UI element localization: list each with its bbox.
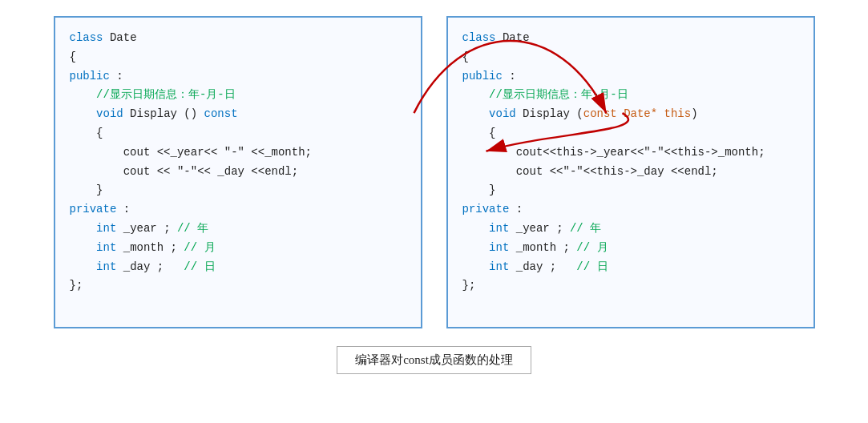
code-line: {: [462, 48, 799, 67]
code-line: //显示日期信息：年-月-日: [70, 86, 406, 105]
code-token: };: [462, 279, 476, 292]
code-line: cout <<"-"<<this->_day <<endl;: [462, 163, 799, 182]
main-container: class Date{public : //显示日期信息：年-月-日 void …: [16, 16, 852, 374]
code-token: {: [462, 50, 469, 63]
code-token: private: [70, 203, 117, 216]
code-line: {: [70, 48, 406, 67]
code-token: _day ;: [116, 260, 184, 273]
code-token: [462, 260, 490, 273]
code-token: [70, 222, 97, 235]
code-token: // 年: [177, 222, 208, 235]
code-token: Display (): [123, 107, 204, 120]
code-token: int: [489, 241, 509, 254]
code-token: const: [204, 107, 238, 120]
code-token: :: [110, 70, 123, 83]
code-token: :: [509, 203, 523, 216]
code-token: cout <<"-"<<this->_day <<endl;: [462, 165, 718, 178]
code-line: {: [462, 124, 799, 143]
code-token: class: [70, 31, 110, 44]
code-line: //显示日期信息：年-月-日: [462, 86, 799, 105]
code-token: int: [489, 260, 509, 273]
code-token: [70, 107, 97, 120]
code-token: }: [462, 183, 496, 196]
code-token: int: [96, 222, 116, 235]
code-token: // 年: [570, 222, 601, 235]
code-token: public: [70, 70, 110, 83]
code-token: cout <<_year<< "-" <<_month;: [70, 146, 312, 159]
code-token: // 月: [576, 241, 608, 254]
code-token: class: [462, 31, 503, 44]
left-panel: class Date{public : //显示日期信息：年-月-日 void …: [54, 16, 422, 328]
code-token: void: [489, 107, 516, 120]
code-line: cout <<_year<< "-" <<_month;: [70, 143, 406, 163]
code-token: // 日: [576, 260, 608, 273]
code-token: _year ;: [116, 222, 177, 235]
code-line: void Display (const Date* this): [462, 105, 799, 124]
caption-box: 编译器对const成员函数的处理: [337, 346, 531, 374]
code-line: public :: [462, 67, 799, 87]
panels-wrapper: class Date{public : //显示日期信息：年-月-日 void …: [16, 16, 852, 328]
code-token: [462, 241, 490, 254]
code-line: int _day ; // 日: [462, 258, 799, 277]
code-token: // 日: [184, 260, 215, 273]
code-token: [462, 222, 490, 235]
code-line: int _month ; // 月: [462, 239, 799, 258]
code-line: private :: [462, 200, 799, 220]
code-line: void Display () const: [70, 105, 406, 124]
code-line: }: [70, 181, 406, 200]
code-token: _month ;: [509, 241, 576, 254]
code-token: cout<<this->_year<<"-"<<this->_month;: [462, 146, 765, 159]
code-token: [70, 241, 97, 254]
code-token: int: [96, 260, 116, 273]
code-token: int: [96, 241, 116, 254]
code-line: class Date: [70, 29, 406, 48]
code-token: _month ;: [116, 241, 184, 254]
code-token: int: [489, 222, 509, 235]
code-line: int _month ; // 月: [70, 239, 406, 258]
code-token: ): [691, 107, 697, 120]
code-line: class Date: [462, 29, 799, 48]
code-line: int _year ; // 年: [462, 220, 799, 239]
code-line: };: [70, 276, 406, 296]
code-line: cout << "-"<< _day <<endl;: [70, 163, 406, 182]
caption-text: 编译器对const成员函数的处理: [355, 353, 513, 366]
code-token: {: [70, 127, 103, 139]
code-token: _day ;: [509, 260, 576, 273]
code-line: int _day ; // 日: [70, 258, 406, 277]
code-token: _year ;: [509, 222, 570, 235]
code-line: }: [462, 181, 799, 200]
code-token: {: [462, 127, 496, 139]
code-token: // 月: [184, 241, 215, 254]
code-token: public: [462, 70, 503, 83]
code-token: :: [503, 70, 516, 83]
code-line: private :: [70, 200, 406, 220]
code-token: private: [462, 203, 510, 216]
code-line: {: [70, 124, 406, 143]
code-token: [462, 107, 490, 120]
code-token: };: [70, 279, 83, 292]
code-token: {: [70, 50, 76, 63]
code-line: public :: [70, 67, 406, 87]
code-line: cout<<this->_year<<"-"<<this->_month;: [462, 143, 799, 163]
code-token: Date: [503, 31, 530, 44]
code-line: };: [462, 276, 799, 296]
code-token: }: [70, 183, 103, 196]
right-panel: class Date{public : //显示日期信息：年-月-日 void …: [446, 16, 815, 328]
code-token: Date: [110, 31, 137, 44]
code-token: [70, 260, 97, 273]
code-token: cout << "-"<< _day <<endl;: [70, 165, 299, 178]
code-token: :: [116, 203, 130, 216]
code-token: Display (: [516, 107, 583, 120]
code-token: void: [96, 107, 123, 120]
code-token: //显示日期信息：年-月-日: [70, 88, 236, 101]
code-token: //显示日期信息：年-月-日: [462, 88, 628, 101]
code-token: const Date* this: [583, 107, 691, 120]
code-line: int _year ; // 年: [70, 220, 406, 239]
